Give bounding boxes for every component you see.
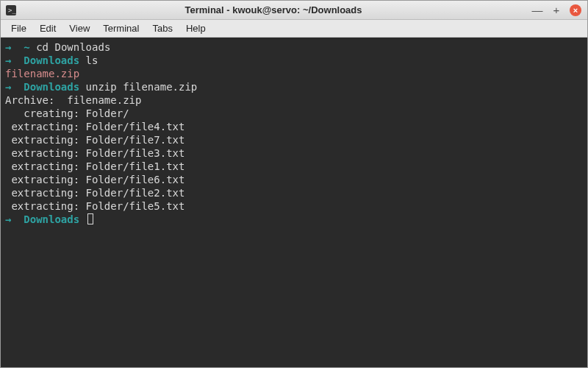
terminal-output-text: extracting: Folder/file6.txt	[5, 174, 184, 185]
menu-edit[interactable]: Edit	[34, 21, 62, 35]
terminal-output-text: creating: Folder/	[5, 107, 129, 119]
close-button[interactable]: ×	[570, 4, 581, 16]
terminal-line: extracting: Folder/file6.txt	[5, 173, 583, 186]
terminal-output-text: extracting: Folder/file2.txt	[5, 187, 184, 199]
titlebar[interactable]: >_ Terminal - kwouk@servo: ~/Downloads —…	[1, 1, 587, 20]
svg-text:>_: >_	[8, 7, 16, 14]
terminal-window: >_ Terminal - kwouk@servo: ~/Downloads —…	[0, 0, 588, 368]
terminal-output-text: extracting: Folder/file4.txt	[5, 121, 184, 132]
prompt-arrow-icon: →	[5, 213, 24, 225]
prompt-path: ~	[24, 41, 29, 53]
terminal-line: → Downloads	[5, 213, 583, 226]
terminal-line: extracting: Folder/file4.txt	[5, 120, 583, 133]
terminal-line: → ~ cd Downloads	[5, 40, 583, 54]
terminal-output-file: filename.zip	[5, 68, 79, 79]
terminal-output-text: extracting: Folder/file7.txt	[5, 134, 184, 146]
terminal-output-text: extracting: Folder/file5.txt	[5, 200, 184, 212]
terminal-viewport[interactable]: → ~ cd Downloads→ Downloads lsfilename.z…	[1, 38, 587, 367]
terminal-line: extracting: Folder/file7.txt	[5, 133, 583, 146]
prompt-arrow-icon: →	[5, 41, 24, 53]
terminal-app-icon: >_	[5, 4, 17, 16]
menu-terminal[interactable]: Terminal	[97, 21, 145, 35]
terminal-line: filename.zip	[5, 67, 583, 80]
menu-help[interactable]: Help	[180, 21, 212, 35]
prompt-path: Downloads	[24, 81, 79, 93]
prompt-command: ls	[79, 54, 98, 66]
maximize-button[interactable]: +	[551, 4, 562, 16]
terminal-line: → Downloads unzip filename.zip	[5, 80, 583, 93]
menu-tabs[interactable]: Tabs	[146, 21, 178, 35]
prompt-command	[79, 213, 85, 225]
window-title: Terminal - kwouk@servo: ~/Downloads	[21, 4, 526, 15]
terminal-output-text: Archive: filename.zip	[5, 94, 141, 106]
terminal-output-text: extracting: Folder/file3.txt	[5, 147, 184, 159]
prompt-command: unzip filename.zip	[79, 81, 197, 93]
minimize-button[interactable]: —	[531, 4, 543, 16]
terminal-line: extracting: Folder/file2.txt	[5, 186, 583, 199]
terminal-output-text: extracting: Folder/file1.txt	[5, 160, 184, 172]
terminal-line: extracting: Folder/file1.txt	[5, 160, 583, 173]
window-controls: — + ×	[526, 4, 587, 16]
menu-view[interactable]: View	[63, 21, 96, 35]
terminal-line: extracting: Folder/file5.txt	[5, 199, 583, 213]
terminal-line: extracting: Folder/file3.txt	[5, 146, 583, 160]
prompt-arrow-icon: →	[5, 54, 24, 66]
terminal-line: creating: Folder/	[5, 107, 583, 120]
prompt-path: Downloads	[24, 213, 79, 225]
terminal-line: → Downloads ls	[5, 54, 583, 67]
menu-file[interactable]: File	[5, 21, 32, 35]
prompt-arrow-icon: →	[5, 81, 24, 93]
text-cursor	[87, 213, 93, 224]
prompt-command: cd Downloads	[30, 41, 111, 53]
prompt-path: Downloads	[24, 54, 79, 66]
terminal-line: Archive: filename.zip	[5, 93, 583, 107]
menubar: File Edit View Terminal Tabs Help	[1, 20, 587, 38]
